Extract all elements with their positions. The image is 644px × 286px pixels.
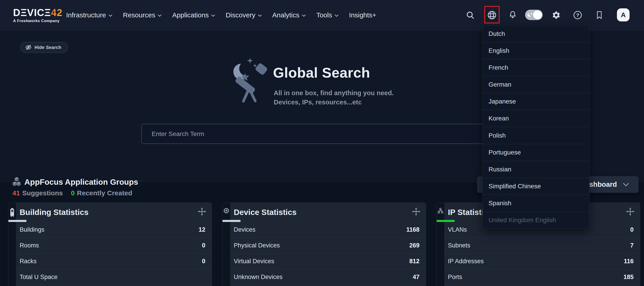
svg-text:?: ?: [576, 12, 579, 18]
card-icon-strip: [8, 203, 16, 286]
recent-count: 0: [71, 189, 75, 197]
suggestions-label: Suggestions: [22, 189, 63, 197]
nav-label: Applications: [172, 11, 209, 19]
language-option-japanese[interactable]: Japanese: [483, 93, 589, 110]
chevron-down-icon: [158, 14, 162, 17]
nav-insights-plus[interactable]: Insights+: [349, 11, 376, 19]
row-value: 0: [630, 226, 634, 233]
chevron-down-icon: [108, 14, 112, 17]
avatar-initial: A: [621, 11, 626, 19]
global-search-title: Global Search: [273, 64, 370, 81]
hide-search-label: Hide Search: [34, 45, 62, 50]
search-icon[interactable]: [464, 0, 476, 30]
stat-row: IP Addresses 116: [444, 254, 640, 269]
logo-subtitle: A Freshworks Company: [13, 19, 62, 23]
language-menu: Dutch English French German Japanese Kor…: [482, 25, 590, 229]
chevron-down-icon: [623, 183, 629, 186]
row-value: 812: [409, 258, 420, 265]
nav-tools[interactable]: Tools: [316, 11, 338, 19]
nav-label: Analytics: [272, 11, 300, 19]
appfocus-stats: 41 Suggestions 0 Recently Created: [12, 189, 132, 197]
row-value: 12: [198, 226, 205, 233]
language-option-korean[interactable]: Korean: [483, 110, 589, 127]
subtitle-line-1: All in one box, find anything you need.: [274, 88, 394, 98]
building-statistics-card: Building Statistics Buildings 12 Rooms 0…: [8, 202, 212, 286]
row-label: Buildings: [20, 226, 44, 233]
card-icon-strip: [437, 203, 444, 286]
card-accent-bar: [8, 220, 26, 222]
eye-slash-icon: [25, 44, 32, 50]
nav-label: Resources: [123, 11, 155, 19]
nav-resources[interactable]: Resources: [123, 11, 162, 19]
card-title: Building Statistics: [20, 208, 88, 217]
card-icon-strip: [222, 203, 230, 286]
chevron-down-icon: [335, 14, 338, 17]
language-option-russian[interactable]: Russian: [483, 161, 589, 178]
search-input[interactable]: [141, 124, 503, 144]
move-icon[interactable]: [412, 207, 420, 217]
card-accent-bar: [222, 220, 240, 222]
row-value: 7: [630, 242, 634, 249]
row-label: Rooms: [20, 242, 39, 249]
card-accent-bar: [437, 220, 455, 222]
row-value: 47: [413, 274, 420, 280]
toggle-knob: [533, 10, 542, 20]
stat-row: Physical Devices 269: [230, 238, 426, 254]
row-label: Virtual Devices: [234, 258, 274, 265]
stat-row: Unknown Devices 47: [230, 269, 426, 285]
stat-row: Buildings 12: [16, 222, 212, 238]
nav-infrastructure[interactable]: Infrastructure: [66, 11, 112, 19]
move-icon[interactable]: [198, 207, 206, 217]
language-option-polish[interactable]: Polish: [483, 127, 589, 144]
network-sitemap-icon: [438, 208, 444, 214]
main-nav: Infrastructure Resources Applications Di…: [66, 0, 376, 30]
nav-label: Discovery: [226, 11, 256, 19]
nav-label: Infrastructure: [66, 11, 106, 19]
nav-analytics[interactable]: Analytics: [272, 11, 306, 19]
row-label: Subnets: [448, 242, 470, 249]
language-option-spanish[interactable]: Spanish: [483, 195, 589, 212]
hide-search-button[interactable]: Hide Search: [21, 42, 68, 52]
cubes-icon: [12, 176, 21, 188]
nav-applications[interactable]: Applications: [172, 11, 215, 19]
row-label: Unknown Devices: [234, 274, 282, 280]
subtitle-line-2: Devices, IPs, resources...etc: [274, 98, 394, 107]
language-option-portuguese[interactable]: Portuguese: [483, 144, 589, 161]
rack-icon: [10, 208, 15, 217]
stat-row: Racks 0: [16, 254, 212, 269]
row-label: Racks: [20, 258, 36, 265]
row-value: 269: [409, 242, 420, 249]
move-icon[interactable]: [626, 207, 634, 217]
language-option-simplified-chinese[interactable]: Simplified Chinese: [483, 178, 589, 195]
stat-row: Subnets 7: [444, 238, 640, 254]
theme-toggle[interactable]: [525, 10, 543, 20]
device-statistics-card: Device Statistics Devices 1168 Physical …: [222, 202, 426, 286]
moon-icon: [526, 11, 534, 19]
chevron-down-icon: [211, 14, 215, 17]
nav-label: Insights+: [349, 11, 376, 19]
row-value: 0: [202, 242, 205, 249]
language-option-dutch[interactable]: Dutch: [483, 26, 589, 42]
logo-brand-42: 42: [51, 7, 62, 18]
nav-label: Tools: [316, 11, 332, 19]
nav-discovery[interactable]: Discovery: [226, 11, 262, 19]
chip-icon: [224, 208, 229, 214]
language-option-uk-english[interactable]: United Kingdom English: [483, 212, 589, 228]
bookmark-icon[interactable]: [593, 0, 606, 30]
language-option-german[interactable]: German: [483, 76, 589, 93]
language-option-french[interactable]: French: [483, 59, 589, 76]
avatar[interactable]: A: [617, 8, 630, 22]
device42-logo[interactable]: DΞVICΞ42 A Freshworks Company: [13, 7, 62, 23]
stat-row: Virtual Devices 812: [230, 254, 426, 269]
global-search-subtitle: All in one box, find anything you need. …: [274, 88, 394, 107]
row-value: 1168: [406, 226, 420, 233]
recent-label: Recently Created: [77, 189, 132, 197]
row-label: VLANs: [448, 226, 467, 233]
appfocus-title: AppFocus Application Groups: [24, 178, 138, 186]
row-label: Physical Devices: [234, 242, 280, 249]
stat-row: Rooms 0: [16, 238, 212, 254]
row-value: 0: [202, 258, 205, 265]
row-label: IP Addresses: [448, 258, 484, 265]
row-label: Ports: [448, 274, 462, 280]
language-option-english[interactable]: English: [483, 42, 589, 59]
